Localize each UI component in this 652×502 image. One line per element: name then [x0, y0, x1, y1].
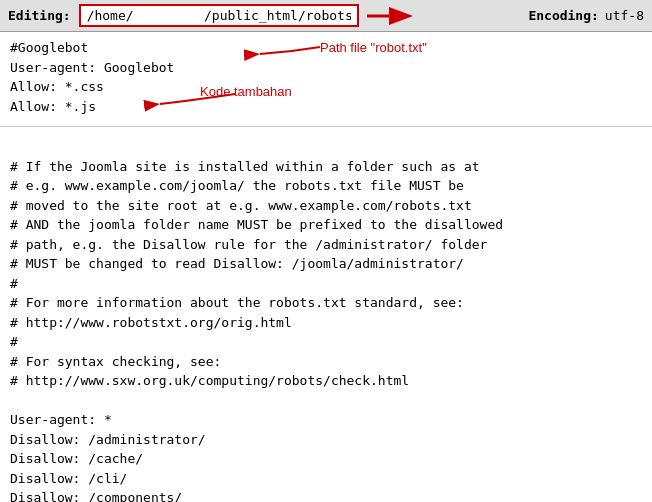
code-line-googlebot: #Googlebot — [10, 38, 642, 58]
code-line-18: Disallow: /components/ — [10, 488, 642, 502]
code-line-7: # — [10, 274, 642, 294]
code-line-11: # For syntax checking, see: — [10, 352, 642, 372]
code-line-6: # MUST be changed to read Disallow: /joo… — [10, 254, 642, 274]
code-line-16: Disallow: /cache/ — [10, 449, 642, 469]
code-block: # If the Joomla site is installed within… — [10, 137, 642, 502]
code-line-12: # http://www.sxw.org.uk/computing/robots… — [10, 371, 642, 391]
code-line-0 — [10, 137, 642, 157]
divider — [0, 126, 652, 127]
code-line-8: # For more information about the robots.… — [10, 293, 642, 313]
editing-label: Editing: — [8, 8, 71, 23]
file-path-input[interactable] — [79, 4, 359, 27]
code-line-1: # If the Joomla site is installed within… — [10, 157, 642, 177]
code-line-allow-js: Allow: *.js — [10, 97, 642, 117]
kode-tambahan-label: Kode tambahan — [200, 84, 292, 99]
code-line-15: Disallow: /administrator/ — [10, 430, 642, 450]
encoding-value: utf-8 — [605, 8, 644, 23]
code-annotation-block: #Googlebot User-agent: Googlebot Allow: … — [0, 32, 652, 122]
code-line-2: # e.g. www.example.com/joomla/ the robot… — [10, 176, 642, 196]
arrow-icon — [367, 5, 417, 27]
code-line-5: # path, e.g. the Disallow rule for the /… — [10, 235, 642, 255]
main-content: # If the Joomla site is installed within… — [0, 131, 652, 502]
code-line-useragent: User-agent: Googlebot — [10, 58, 642, 78]
encoding-label: Encoding: — [528, 8, 598, 23]
code-line-13 — [10, 391, 642, 411]
code-line-9: # http://www.robotstxt.org/orig.html — [10, 313, 642, 333]
code-line-allow-css: Allow: *.css — [10, 77, 642, 97]
code-line-14: User-agent: * — [10, 410, 642, 430]
encoding-section: Encoding: utf-8 — [528, 8, 644, 23]
code-line-17: Disallow: /cli/ — [10, 469, 642, 489]
code-line-10: # — [10, 332, 642, 352]
top-bar: Editing: Encoding: utf-8 — [0, 0, 652, 32]
code-line-4: # AND the joomla folder name MUST be pre… — [10, 215, 642, 235]
annotation-area: Path file "robot.txt" #Googlebot User-ag… — [0, 32, 652, 122]
code-line-3: # moved to the site root at e.g. www.exa… — [10, 196, 642, 216]
